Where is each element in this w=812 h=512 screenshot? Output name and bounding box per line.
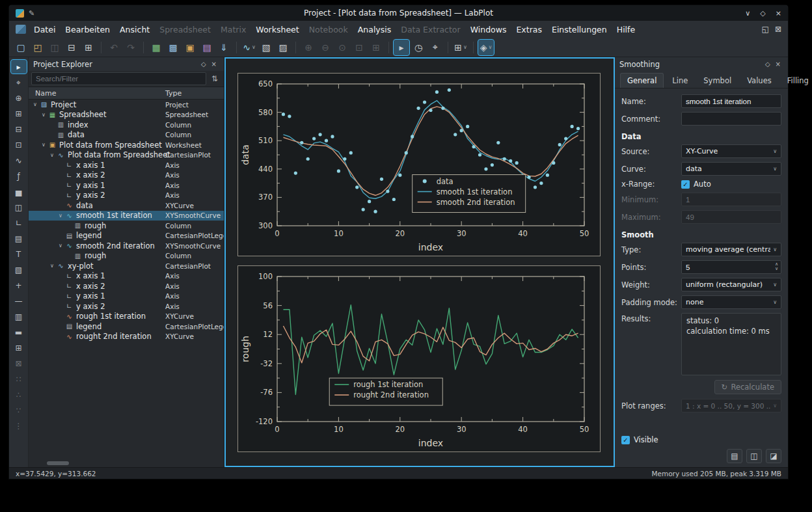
name-input[interactable]	[681, 94, 781, 108]
more-tools-button[interactable]: ⋮	[11, 419, 27, 433]
menu-datei[interactable]: Datei	[29, 23, 60, 36]
expander-icon[interactable]: ∨	[57, 213, 64, 219]
tree-row-data[interactable]: ∿dataXYCurve	[29, 200, 224, 211]
add-plot-centered-button[interactable]: ⊡	[11, 138, 27, 152]
print-button[interactable]: ⊟	[64, 40, 79, 55]
recalculate-button[interactable]: ↻ Recalculate	[714, 380, 781, 394]
tree-column-header[interactable]: Name Type	[29, 87, 224, 100]
new-project-button[interactable]: ▢	[13, 40, 29, 55]
tool-crosshair-button[interactable]: ⌖	[11, 75, 27, 89]
tree-row-y-axis-2[interactable]: ∟y axis 2Axis	[29, 191, 224, 201]
new-spreadsheet-button[interactable]: ▦	[148, 40, 164, 55]
type-combobox[interactable]: moving average (central)∨	[681, 243, 781, 256]
tree-row-rough[interactable]: ▥roughColumn	[29, 251, 224, 262]
zoom-in-view-button[interactable]: ∷	[11, 372, 27, 386]
comment-input[interactable]	[681, 112, 781, 126]
layout-grid-button[interactable]: ⊞	[11, 341, 27, 355]
save-template-button[interactable]: ◫	[746, 449, 762, 463]
add-custom-point-button[interactable]: +	[11, 278, 27, 292]
add-curve-button[interactable]: ∿	[11, 154, 27, 167]
tree-row-spreadsheet[interactable]: ∨▦SpreadsheetSpreadsheet	[29, 110, 224, 120]
add-equation-curve-button[interactable]: ƒ	[11, 169, 27, 183]
close-panel-icon[interactable]: ×	[773, 61, 783, 68]
float-panel-icon[interactable]: ◇	[763, 61, 773, 68]
filter-options-icon[interactable]: ⇅	[208, 74, 221, 83]
tree-row-x-axis-2[interactable]: ∟x axis 2Axis	[29, 170, 224, 181]
expander-icon[interactable]: ∨	[40, 142, 47, 148]
add-axis-button[interactable]: ∟	[11, 216, 27, 230]
layout-horizontal-button[interactable]: ▬	[11, 325, 27, 339]
column-name[interactable]: Name	[29, 89, 56, 98]
tree-row-smooth-2nd-iteration[interactable]: ∨∿smooth 2nd iterationXYSmoothCurve	[29, 241, 224, 251]
tree-row-legend[interactable]: ▤legendCartesianPlotLegend	[29, 231, 224, 241]
float-panel-icon[interactable]: ◇	[198, 61, 209, 68]
source-combobox[interactable]: XY-Curve∨	[681, 144, 781, 158]
fit-selection-button[interactable]: ⊞	[368, 40, 384, 55]
new-matrix-button[interactable]: ▩	[165, 40, 181, 55]
points-input[interactable]	[681, 260, 781, 274]
tab-general[interactable]: General	[620, 73, 664, 88]
new-notebook-button[interactable]: ▤	[199, 40, 215, 55]
zoom-fit-button[interactable]: ⊡	[351, 40, 367, 55]
horizontal-scrollbar[interactable]	[47, 461, 216, 465]
titlebar[interactable]: ✎ Project - [Plot data from Spreadsheet]…	[9, 5, 788, 21]
menu-analysis[interactable]: Analysis	[353, 23, 396, 36]
menu-bearbeiten[interactable]: Bearbeiten	[61, 23, 115, 36]
add-image-button[interactable]: ▨	[275, 40, 291, 55]
tool-select-button[interactable]: ▸	[11, 60, 27, 74]
dropdown-arrow-icon[interactable]: ∨	[463, 44, 467, 50]
padding-mode-combobox[interactable]: none∨	[681, 295, 781, 309]
save-project-button[interactable]: ◫	[47, 40, 62, 55]
pin-icon[interactable]: ✎	[29, 9, 34, 18]
print-preview-button[interactable]: ⊞	[81, 40, 96, 55]
import-data-button[interactable]: ⇓	[216, 40, 232, 55]
expander-icon[interactable]: ∨	[48, 263, 56, 269]
expander-icon[interactable]: ∨	[40, 112, 47, 118]
tree-row-project[interactable]: ∨▨ProjectProject	[29, 100, 224, 110]
menu-windows[interactable]: Windows	[466, 23, 511, 36]
visible-checkbox[interactable]: ✓ Visible	[621, 435, 658, 444]
presenter-mode-button[interactable]: ◈∨	[478, 40, 494, 55]
zoom-out-button[interactable]: ⊖	[318, 40, 333, 55]
tree-row-rought-2nd-iteration[interactable]: ∿rought 2nd iterationXYCurve	[29, 332, 224, 342]
weight-combobox[interactable]: uniform (rectangular)∨	[681, 278, 781, 291]
spinner-arrows[interactable]: ∧∨	[775, 262, 778, 271]
subwindow-close-button[interactable]: ⊠	[772, 25, 784, 34]
close-button[interactable]: ×	[776, 9, 781, 18]
tree-row-y-axis-1[interactable]: ∟y axis 1Axis	[29, 291, 224, 302]
search-input[interactable]	[31, 72, 206, 85]
menu-worksheet[interactable]: Worksheet	[251, 23, 303, 36]
mouse-mode-zoom-button[interactable]: ⌖	[427, 40, 443, 55]
tree-row-xy-plot[interactable]: ∨∿xy-plotCartesianPlot	[29, 261, 224, 271]
tab-values[interactable]: Values	[740, 73, 779, 88]
undo-button[interactable]: ↶	[106, 40, 122, 55]
auto-checkbox[interactable]: ✓ Auto	[681, 180, 781, 189]
tab-filling[interactable]: Filling	[780, 73, 812, 88]
scrollbar-handle[interactable]	[47, 461, 69, 465]
menu-einstellungen[interactable]: Einstellungen	[547, 23, 612, 36]
add-text-label-button[interactable]: ▧	[258, 40, 274, 55]
menu-extras[interactable]: Extras	[511, 23, 547, 36]
zoom-out-view-button[interactable]: ∴	[11, 388, 27, 401]
mouse-mode-navigate-button[interactable]: ◷	[411, 40, 426, 55]
add-boxplot-button[interactable]: ◫	[11, 200, 27, 214]
maximize-button[interactable]: ◇	[760, 9, 765, 18]
layout-break-button[interactable]: ⊠	[11, 357, 27, 370]
plot-area-data[interactable]: 01020304050300370440510580650indexdatada…	[237, 73, 601, 256]
curve-combobox[interactable]: data∨	[681, 162, 781, 176]
add-image-button[interactable]: ▧	[11, 263, 27, 276]
tab-line[interactable]: Line	[665, 73, 695, 88]
column-type[interactable]: Type	[165, 89, 182, 98]
redo-button[interactable]: ↷	[123, 40, 139, 55]
tree-row-x-axis-2[interactable]: ∟x axis 2Axis	[29, 281, 224, 291]
mouse-mode-select-button[interactable]: ▸	[394, 40, 409, 55]
tree-row-data[interactable]: ▥dataColumn	[29, 130, 224, 141]
tree-row-x-axis-1[interactable]: ∟x axis 1Axis	[29, 271, 224, 282]
expander-icon[interactable]: ∨	[48, 152, 56, 158]
dropdown-arrow-icon[interactable]: ∨	[252, 44, 256, 50]
plot-area-rough[interactable]: 01020304050-120-76-321256100indexroughro…	[237, 265, 601, 452]
layout-vertical-button[interactable]: ▥	[11, 310, 27, 323]
menu-hilfe[interactable]: Hilfe	[612, 23, 640, 36]
tool-zoom-button[interactable]: ⊕	[11, 91, 27, 105]
add-plot-button[interactable]: ∿∨	[241, 40, 257, 55]
